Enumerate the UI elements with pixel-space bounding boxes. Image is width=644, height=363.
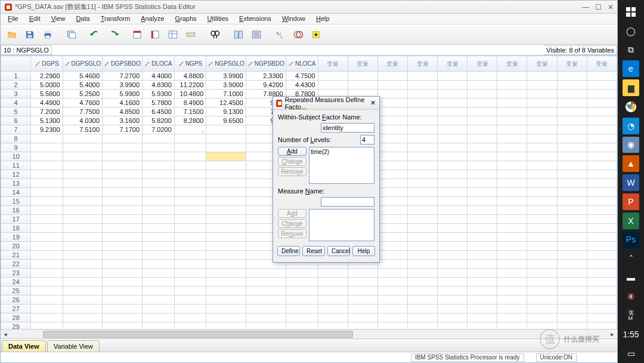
- cell[interactable]: 5.9900: [103, 90, 143, 99]
- task-view-icon[interactable]: ⧉: [621, 42, 640, 59]
- cell[interactable]: [143, 269, 175, 278]
- cell[interactable]: [497, 304, 527, 313]
- cell[interactable]: [497, 81, 527, 90]
- edge-icon[interactable]: e: [623, 60, 639, 77]
- cell[interactable]: [438, 72, 467, 81]
- cell[interactable]: [557, 161, 587, 170]
- cell[interactable]: [407, 296, 437, 304]
- matlab-icon[interactable]: ▲: [623, 155, 639, 172]
- cell[interactable]: [438, 143, 467, 152]
- cell[interactable]: [467, 233, 497, 242]
- cell[interactable]: [557, 143, 587, 152]
- cell[interactable]: [63, 206, 102, 215]
- cell[interactable]: [497, 152, 527, 161]
- cell[interactable]: [497, 143, 527, 152]
- cell[interactable]: [438, 152, 467, 161]
- cortana-icon[interactable]: ◯: [621, 23, 640, 39]
- cell[interactable]: [407, 287, 437, 296]
- goto-var-icon[interactable]: [147, 27, 163, 42]
- cell[interactable]: [206, 287, 246, 296]
- cell[interactable]: 4.1600: [103, 99, 143, 107]
- cell[interactable]: [143, 134, 175, 143]
- cell[interactable]: [587, 152, 617, 161]
- cell[interactable]: [31, 251, 63, 260]
- cell[interactable]: [438, 179, 467, 188]
- col-header-empty[interactable]: 变量: [527, 56, 557, 72]
- cell-address[interactable]: 10 : NGPSGLO: [1, 45, 52, 55]
- cell[interactable]: [407, 161, 437, 170]
- cell[interactable]: [467, 269, 497, 278]
- cell[interactable]: [527, 215, 557, 224]
- cell[interactable]: [497, 224, 527, 233]
- cell[interactable]: [206, 206, 246, 215]
- cell[interactable]: [143, 179, 175, 188]
- cell[interactable]: [31, 179, 63, 188]
- cell[interactable]: [587, 260, 617, 269]
- explorer-icon[interactable]: ▆: [623, 79, 639, 96]
- close-button[interactable]: ✕: [608, 3, 614, 11]
- cell[interactable]: [467, 188, 497, 197]
- col-header-empty[interactable]: 变量: [438, 56, 467, 72]
- value-labels-icon[interactable]: A1: [273, 27, 288, 42]
- cell[interactable]: [318, 278, 348, 287]
- cell[interactable]: [438, 251, 467, 260]
- cell[interactable]: [143, 278, 175, 287]
- cell[interactable]: [377, 90, 407, 99]
- cell[interactable]: [407, 242, 437, 251]
- cell[interactable]: [377, 197, 407, 206]
- cell[interactable]: [557, 313, 587, 322]
- cell[interactable]: [206, 125, 246, 134]
- cell[interactable]: [174, 206, 206, 215]
- row-header[interactable]: 3: [1, 90, 31, 99]
- cell[interactable]: [467, 170, 497, 179]
- row-header[interactable]: 7: [1, 125, 31, 134]
- cell[interactable]: [467, 278, 497, 287]
- cell[interactable]: [438, 107, 467, 116]
- show-all-icon[interactable]: [308, 27, 324, 42]
- cell[interactable]: [174, 152, 206, 161]
- cell[interactable]: [143, 197, 175, 206]
- cell[interactable]: [467, 197, 497, 206]
- cell[interactable]: [31, 242, 63, 251]
- cell[interactable]: [377, 143, 407, 152]
- row-header[interactable]: 23: [1, 269, 31, 278]
- cell[interactable]: [143, 233, 175, 242]
- cell[interactable]: [407, 179, 437, 188]
- cell[interactable]: [467, 224, 497, 233]
- cell[interactable]: 8.4900: [174, 99, 206, 107]
- row-header[interactable]: 27: [1, 304, 31, 313]
- cell[interactable]: [438, 269, 467, 278]
- cell[interactable]: [377, 251, 407, 260]
- cell[interactable]: [467, 287, 497, 296]
- cell[interactable]: [527, 224, 557, 233]
- cell[interactable]: [31, 206, 63, 215]
- ime-icon[interactable]: 英M: [621, 307, 640, 324]
- cell[interactable]: [407, 107, 437, 116]
- row-header[interactable]: 6: [1, 116, 31, 125]
- menu-data[interactable]: Data: [71, 14, 94, 24]
- cell[interactable]: [527, 278, 557, 287]
- cell[interactable]: [587, 224, 617, 233]
- cell[interactable]: [497, 188, 527, 197]
- cell[interactable]: [63, 322, 102, 330]
- cell[interactable]: [103, 313, 143, 322]
- cell[interactable]: [143, 313, 175, 322]
- cell[interactable]: [407, 224, 437, 233]
- cell[interactable]: [206, 233, 246, 242]
- cell[interactable]: [407, 313, 437, 322]
- row-header[interactable]: 16: [1, 206, 31, 215]
- cell[interactable]: [174, 170, 206, 179]
- cell[interactable]: [143, 206, 175, 215]
- cell[interactable]: [377, 260, 407, 269]
- cell[interactable]: [527, 72, 557, 81]
- row-header[interactable]: 14: [1, 188, 31, 197]
- cell[interactable]: [467, 90, 497, 99]
- cell[interactable]: [377, 125, 407, 134]
- cell[interactable]: [143, 215, 175, 224]
- cell[interactable]: 11.2200: [174, 81, 206, 90]
- row-header[interactable]: 17: [1, 215, 31, 224]
- cell[interactable]: [318, 313, 348, 322]
- cell[interactable]: [527, 179, 557, 188]
- cell[interactable]: [407, 215, 437, 224]
- cell[interactable]: [31, 304, 63, 313]
